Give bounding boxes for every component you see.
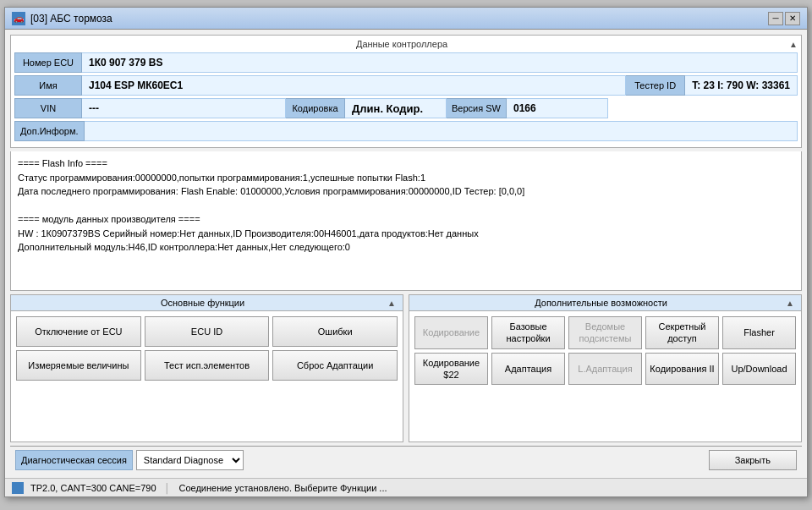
title-controls: ─ ✕ <box>768 12 800 25</box>
ecu-number-label: Номер ECU <box>14 52 82 73</box>
l-adaptation-button[interactable]: L.Адаптация <box>568 353 642 386</box>
basic-settings-button[interactable]: Базовые настройки <box>491 316 565 349</box>
tester-id-label: Тестер ID <box>626 75 685 96</box>
controller-section-header: Данные контроллера ▲ <box>14 39 798 49</box>
ecu-id-button[interactable]: ECU ID <box>145 316 270 347</box>
additional-functions-panel: Дополнительные возможности ▲ Кодирование… <box>409 294 802 442</box>
vin-label: VIN <box>14 98 82 118</box>
measurements-button[interactable]: Измеряемые величины <box>16 350 141 381</box>
close-session-button[interactable]: Закрыть <box>709 450 797 470</box>
bottom-section: Основные функции ▲ Отключение от ECU ECU… <box>10 294 802 442</box>
disconnect-ecu-button[interactable]: Отключение от ECU <box>16 316 141 347</box>
name-row: Имя J104 ESP МК60ЕС1 Тестер ID T: 23 I: … <box>14 75 798 96</box>
status-divider: │ <box>165 483 171 493</box>
coding22-button[interactable]: Кодирование $22 <box>414 353 488 386</box>
main-functions-buttons: Отключение от ECU ECU ID Ошибки Измеряем… <box>11 311 403 441</box>
additional-functions-header: Дополнительные возможности ▲ <box>409 295 801 311</box>
protocol-info: TP2.0, CANT=300 CANE=790 <box>30 483 156 493</box>
flash-info-line-2: Дата последнего программирования: Flash … <box>18 184 794 199</box>
ecu-number-row: Номер ECU 1К0 907 379 BS <box>14 52 798 73</box>
tester-id-value: T: 23 I: 790 W: 33361 <box>685 75 798 96</box>
sw-version-value: 0166 <box>507 98 608 118</box>
secret-access-button[interactable]: Секретный доступ <box>645 316 719 349</box>
additional-functions-row-0: Кодирование Базовые настройки Ведомые по… <box>414 316 796 349</box>
coding-label: Кодировка <box>286 98 345 118</box>
adaptation-button[interactable]: Адаптация <box>491 353 565 386</box>
bottom-status-bar: TP2.0, CANT=300 CANE=790 │ Соединение ус… <box>5 478 807 496</box>
controller-section-title: Данные контроллера <box>14 39 789 49</box>
controller-collapse-btn[interactable]: ▲ <box>789 40 798 49</box>
flash-info-line-0: ==== Flash Info ==== <box>18 156 794 171</box>
test-elements-button[interactable]: Тест исп.элементов <box>145 350 270 381</box>
minimize-button[interactable]: ─ <box>768 12 783 25</box>
main-functions-panel: Основные функции ▲ Отключение от ECU ECU… <box>10 294 403 442</box>
dop-info-value <box>85 121 798 141</box>
errors-button[interactable]: Ошибки <box>272 316 398 347</box>
flash-info-line-6: Дополнительный модуль:Н46,ID контроллера… <box>18 240 794 255</box>
dop-info-row: Доп.Информ. <box>14 121 798 141</box>
main-functions-header: Основные функции ▲ <box>11 295 403 311</box>
window-icon: 🚗 <box>12 12 25 25</box>
flasher-button[interactable]: Flasher <box>722 316 796 349</box>
status-message: Соединение установлено. Выберите Функции… <box>178 483 387 493</box>
flash-info-line-5: HW : 1К0907379BS Серийный номер:Нет данн… <box>18 227 794 241</box>
coding-button[interactable]: Кодирование <box>414 316 488 349</box>
main-functions-title: Основные функции <box>18 298 387 308</box>
name-value: J104 ESP МК60ЕС1 <box>82 75 626 96</box>
session-select[interactable]: Standard Diagnose Extended Diagnose <box>136 450 244 470</box>
title-bar: 🚗 [03] АБС тормоза ─ ✕ <box>5 8 807 30</box>
flash-info-area: ==== Flash Info ==== Статус программиров… <box>10 151 802 291</box>
ecu-number-value: 1К0 907 379 BS <box>82 52 798 73</box>
coding-value: Длин. Кодир. <box>345 98 447 118</box>
flash-info-line-4: ==== модуль данных производителя ==== <box>18 212 794 227</box>
flash-info-line-1: Статус программирования:00000000,попытки… <box>18 171 794 185</box>
main-functions-row-0: Отключение от ECU ECU ID Ошибки <box>16 316 398 347</box>
additional-functions-collapse[interactable]: ▲ <box>786 299 794 308</box>
dop-info-label: Доп.Информ. <box>14 121 85 141</box>
additional-functions-title: Дополнительные возможности <box>416 298 786 308</box>
main-functions-collapse[interactable]: ▲ <box>387 299 396 308</box>
additional-functions-row-1: Кодирование $22 Адаптация L.Адаптация Ко… <box>414 353 796 386</box>
slave-subsystems-button[interactable]: Ведомые подсистемы <box>568 316 642 349</box>
vin-row: VIN --- Кодировка Длин. Кодир. Версия SW… <box>14 98 798 118</box>
main-functions-row-1: Измеряемые величины Тест исп.элементов С… <box>16 350 398 381</box>
close-button[interactable]: ✕ <box>785 12 800 25</box>
coding2-button[interactable]: Кодирования II <box>645 353 719 386</box>
controller-section: Данные контроллера ▲ Номер ECU 1К0 907 3… <box>10 35 802 148</box>
vin-value: --- <box>82 98 286 118</box>
additional-functions-buttons: Кодирование Базовые настройки Ведомые по… <box>409 311 801 441</box>
flash-info-line-3 <box>18 199 794 213</box>
session-label: Диагностическая сессия <box>15 450 133 470</box>
window-content: Данные контроллера ▲ Номер ECU 1К0 907 3… <box>5 30 807 478</box>
window-title: [03] АБС тормоза <box>30 13 112 25</box>
status-icon <box>12 482 24 494</box>
updownload-button[interactable]: Up/Download <box>722 353 796 386</box>
main-window: 🚗 [03] АБС тормоза ─ ✕ Данные контроллер… <box>4 7 808 497</box>
title-bar-left: 🚗 [03] АБС тормоза <box>12 12 112 25</box>
status-bar: Диагностическая сессия Standard Diagnose… <box>10 446 802 473</box>
sw-version-label: Версия SW <box>447 98 507 118</box>
name-label: Имя <box>14 75 82 96</box>
reset-adaptation-button[interactable]: Сброс Адаптации <box>272 350 398 381</box>
